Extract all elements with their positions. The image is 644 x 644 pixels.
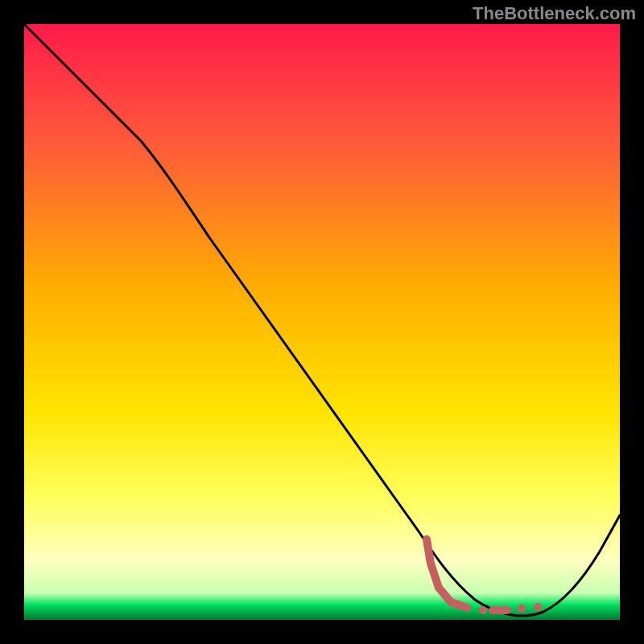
svg-point-0 <box>479 606 487 614</box>
watermark-text: TheBottleneck.com <box>473 3 636 24</box>
chart-svg <box>0 0 644 644</box>
svg-point-2 <box>518 605 526 613</box>
svg-point-3 <box>534 603 542 611</box>
